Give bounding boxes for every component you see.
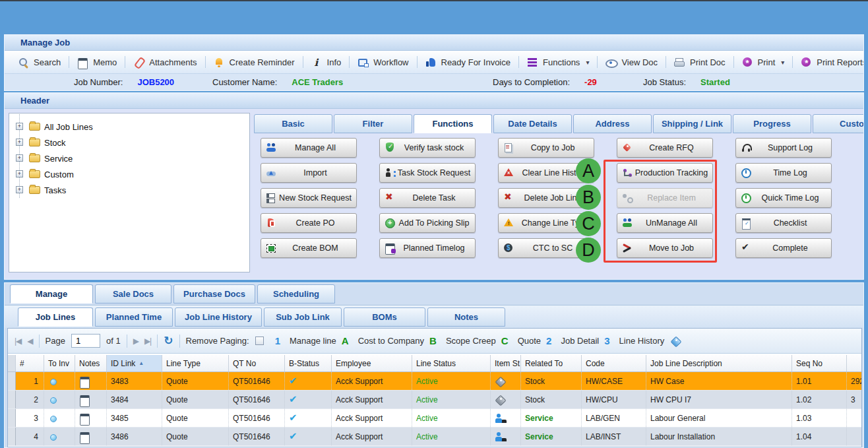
cell-id-link[interactable]: 3483 xyxy=(107,372,162,390)
manage-all-button[interactable]: Manage All xyxy=(261,138,357,158)
tab-progress[interactable]: Progress xyxy=(733,114,811,133)
column-header-job-line-description[interactable]: Job Line Description xyxy=(646,355,792,371)
toolbar-info-button[interactable]: Info xyxy=(303,53,350,71)
cell-line-type: Quote xyxy=(162,409,229,427)
copy-to-job-button[interactable]: Copy to Job xyxy=(498,138,594,158)
toolbar-create-reminder-button[interactable]: Create Reminder xyxy=(206,53,303,71)
task-stock-request-button[interactable]: Task Stock Request xyxy=(379,163,476,183)
notes-icon[interactable] xyxy=(79,432,90,442)
tab-functions[interactable]: Functions xyxy=(414,114,492,133)
item-tag-icon[interactable] xyxy=(670,336,681,346)
tree-node-stock[interactable]: Stock xyxy=(13,135,249,150)
tree-node-custom[interactable]: Custom xyxy=(13,166,249,182)
column-header-qt-no[interactable]: QT No xyxy=(229,355,285,371)
toolbar-view-doc-button[interactable]: View Doc xyxy=(598,53,666,71)
verify-task-stock-button[interactable]: Verify task stock xyxy=(379,138,476,158)
expand-icon[interactable] xyxy=(16,170,23,177)
cell-id-link[interactable]: 3485 xyxy=(107,409,162,427)
planned-timelog-button[interactable]: Planned Timelog xyxy=(379,238,476,258)
complete-button[interactable]: Complete xyxy=(735,238,832,258)
tab-basic[interactable]: Basic xyxy=(254,114,332,133)
cell-id-link[interactable]: 3486 xyxy=(107,428,162,445)
tab-notes[interactable]: Notes xyxy=(427,307,505,327)
page-input[interactable] xyxy=(71,334,100,348)
tab-sub-job-link[interactable]: Sub Job Link xyxy=(264,307,342,327)
column-header-to-inv[interactable]: To Inv xyxy=(44,355,75,371)
annotation-circle-d: D xyxy=(576,238,601,263)
cell-id-link[interactable]: 3484 xyxy=(107,391,162,408)
table-row[interactable]: 13483QuoteQT501646Acck SupportActiveStoc… xyxy=(8,372,861,391)
column-header-line-type[interactable]: Line Type xyxy=(162,355,229,371)
tab-date-details[interactable]: Date Details xyxy=(493,114,572,133)
column-header-[interactable]: # xyxy=(16,355,44,371)
tab-scheduling[interactable]: Scheduling xyxy=(257,284,335,304)
time-log-button[interactable]: Time Log xyxy=(735,163,832,183)
header-panel: Header All Job LinesStockServiceCustomTa… xyxy=(4,92,864,280)
tree-node-service[interactable]: Service xyxy=(13,150,249,166)
refresh-icon[interactable] xyxy=(164,334,173,348)
last-page-icon[interactable]: ▶| xyxy=(144,336,151,346)
tab-address[interactable]: Address xyxy=(573,114,652,133)
expand-icon[interactable] xyxy=(16,123,23,130)
tab-filter[interactable]: Filter xyxy=(334,114,412,133)
table-row[interactable]: 23484QuoteQT501646Acck SupportActiveStoc… xyxy=(8,391,861,409)
row-selector[interactable] xyxy=(8,372,16,390)
support-log-button[interactable]: Support Log xyxy=(735,138,832,158)
column-header-related-to[interactable]: Related To xyxy=(521,355,582,371)
tab-job-lines[interactable]: Job Lines xyxy=(18,307,93,327)
import-button[interactable]: Import xyxy=(261,163,357,183)
create-po-button[interactable]: Create PO xyxy=(261,213,357,233)
quick-time-log-button[interactable]: Quick Time Log xyxy=(735,188,832,208)
column-header-seq-no[interactable]: Seq No xyxy=(792,355,847,371)
expand-icon[interactable] xyxy=(16,139,23,146)
chevron-down-icon: ▾ xyxy=(781,59,784,66)
row-selector[interactable] xyxy=(8,428,16,445)
column-header-employee[interactable]: Employee xyxy=(332,355,412,371)
notes-icon[interactable] xyxy=(79,395,90,405)
tab-sale-docs[interactable]: Sale Docs xyxy=(95,284,171,304)
tab-custo[interactable]: Custo xyxy=(813,114,864,133)
toolbar-print-doc-button[interactable]: Print Doc xyxy=(666,53,733,71)
create-rfq-button[interactable]: Create RFQ xyxy=(617,138,713,158)
tree-node-all-job-lines[interactable]: All Job Lines xyxy=(13,119,249,135)
delete-task-button[interactable]: Delete Task xyxy=(379,188,476,208)
column-header-line-status[interactable]: Line Status xyxy=(412,355,491,371)
create-bom-button[interactable]: Create BOM xyxy=(261,238,357,258)
tab-purchase-docs[interactable]: Purchase Docs xyxy=(173,284,255,304)
expand-icon[interactable] xyxy=(16,154,23,162)
table-row[interactable]: 43486QuoteQT501646Acck SupportActiveServ… xyxy=(8,428,861,446)
toolbar-workflow-button[interactable]: Workflow xyxy=(350,53,416,71)
toolbar-search-button[interactable]: Search xyxy=(10,53,69,71)
column-header-item-st[interactable]: Item St xyxy=(491,355,521,371)
prev-page-icon[interactable]: ◀ xyxy=(27,336,32,346)
row-selector[interactable] xyxy=(8,391,16,408)
notes-icon[interactable] xyxy=(79,376,90,387)
toolbar-print-button[interactable]: Print▾ xyxy=(734,53,793,71)
next-page-icon[interactable]: ▶ xyxy=(133,336,139,346)
first-page-icon[interactable]: |◀ xyxy=(15,336,21,346)
tab-shipping-link[interactable]: Shipping / Link xyxy=(653,114,731,133)
toolbar-print-reports-button[interactable]: Print Reports▾ xyxy=(793,53,864,71)
table-row[interactable]: 33485QuoteQT501646Acck SupportActiveServ… xyxy=(8,409,861,428)
column-header-id-link[interactable]: ID Link▲ xyxy=(107,355,162,371)
expand-icon[interactable] xyxy=(16,186,23,193)
tab-boms[interactable]: BOMs xyxy=(344,307,425,327)
add-to-picking-slip-button[interactable]: Add To Picking Slip xyxy=(379,213,476,233)
tree-node-tasks[interactable]: Tasks xyxy=(13,182,249,198)
column-header-b-status[interactable]: B-Status xyxy=(285,355,332,371)
column-header-tail[interactable] xyxy=(847,355,861,371)
remove-paging-checkbox[interactable] xyxy=(255,336,264,345)
toolbar-ready-for-invoice-button[interactable]: Ready For Invoice xyxy=(418,53,519,71)
checklist-button[interactable]: Checklist xyxy=(735,213,832,233)
tab-planned-time[interactable]: Planned Time xyxy=(95,307,173,327)
new-stock-request-button[interactable]: New Stock Request xyxy=(261,188,357,208)
toolbar-attachments-button[interactable]: Attachments xyxy=(125,53,204,71)
row-selector[interactable] xyxy=(8,409,16,427)
column-header-code[interactable]: Code xyxy=(582,355,646,371)
toolbar-functions-menu-button[interactable]: Functions▾ xyxy=(519,53,597,71)
tab-manage[interactable]: Manage xyxy=(10,284,93,304)
column-header-notes[interactable]: Notes xyxy=(75,355,107,371)
tab-job-line-history[interactable]: Job Line History xyxy=(175,307,262,327)
toolbar-memo-button[interactable]: Memo xyxy=(69,53,125,71)
notes-icon[interactable] xyxy=(79,413,90,424)
